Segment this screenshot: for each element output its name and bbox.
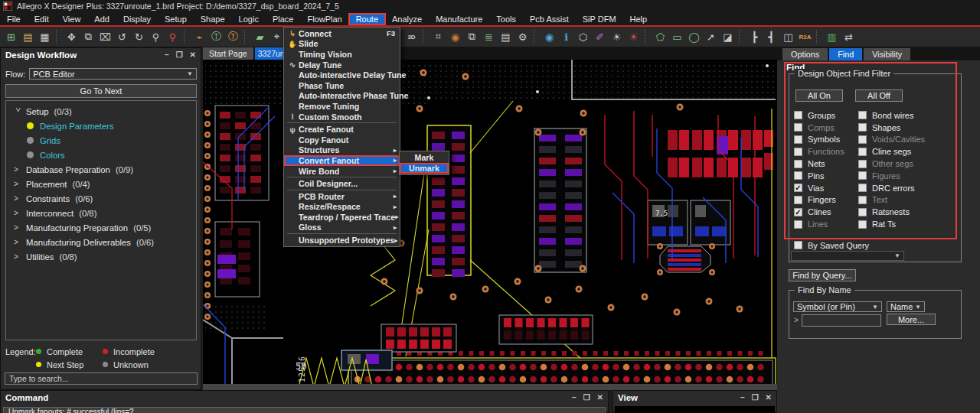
add-text-icon[interactable]: Ⓣ [208,29,224,45]
by-saved-query-checkbox[interactable]: By Saved Query [794,239,869,252]
workflow-section-setup[interactable]: >Setup(0/3) [6,104,196,119]
checkbox-icon[interactable]: ✓ [794,184,802,192]
route-menu-item-gloss[interactable]: Gloss▸ [284,223,400,233]
tab-options[interactable]: Options [782,48,828,60]
route-menu-item-delay-tune[interactable]: ∿Delay Tune [284,60,400,70]
find-filter-lines[interactable]: Lines [794,218,855,230]
checkbox-icon[interactable]: ✓ [794,208,802,216]
add-circle-icon[interactable]: ◯ [686,29,702,45]
find-filter-groups[interactable]: Groups [794,109,855,122]
find-filter-fingers[interactable]: Fingers [794,194,855,206]
find-filter-drc-errors[interactable]: DRC errors [858,182,959,194]
open-drawing-icon[interactable]: ▤ [20,29,36,45]
settings-doc-icon[interactable]: ⚙ [514,29,531,45]
menu-tools[interactable]: Tools [489,14,523,24]
route-menu-item-remove-tuning[interactable]: Remove Tuning [284,101,400,112]
swap-icon[interactable]: ⇄ [841,29,857,45]
visibility-eye-icon[interactable]: ◉ [541,29,557,45]
layers-icon[interactable]: ≣ [481,29,497,45]
save-drawing-icon[interactable]: ▦ [37,29,53,45]
workflow-section-constraints[interactable]: >Constraints(0/6) [6,191,196,206]
route-menu-item-auto-interactive-phase-tune[interactable]: Auto-interactive Phase Tune [284,91,400,102]
checkbox-icon[interactable] [794,171,802,180]
select-icon[interactable]: ➚ [703,29,719,45]
workflow-section-placement[interactable]: >Placement(0/4) [6,177,196,191]
checkbox-icon[interactable] [858,160,867,168]
move-icon[interactable]: ✥ [64,29,80,45]
find-filter-other-segs[interactable]: Other segs [858,158,959,170]
find-filter-cline-segs[interactable]: Cline segs [858,145,959,158]
add-rectangle-icon[interactable]: ▭ [669,29,685,45]
highlight-icon[interactable]: ☀ [609,29,625,45]
checkbox-icon[interactable] [858,111,867,119]
route-menu-item-resize-respace[interactable]: Resize/Respace▸ [284,202,400,213]
checkbox-icon[interactable] [858,184,867,192]
route-menu-item-connect[interactable]: ↳ConnectF3 [284,28,400,39]
menu-sip-dfm[interactable]: SiP DFM [576,14,623,24]
redo-icon[interactable]: ↻ [131,29,147,45]
menu-analyze[interactable]: Analyze [385,14,429,24]
workflow-section-manufacturing-deliverables[interactable]: >Manufacturing Deliverables(0/6) [6,235,196,249]
checkbox-icon[interactable] [858,171,867,180]
workflow-item-design-parameters[interactable]: Design Parameters [6,119,196,133]
route-menu-item-auto-interactive-delay-tune[interactable]: Auto-interactive Delay Tune [284,70,400,80]
view-close-button[interactable]: ✕ [766,393,772,402]
menu-pcb-assist[interactable]: Pcb Assist [523,14,576,24]
checkbox-icon[interactable] [858,208,867,216]
pin-icon[interactable]: ⚲ [148,29,164,45]
checkbox-icon[interactable] [794,196,802,204]
route-menu-item-phase-tune[interactable]: Phase Tune [284,80,400,91]
workflow-item-colors[interactable]: Colors [6,148,196,162]
delete-icon[interactable]: ⌧ [97,29,113,45]
route-menu-item-timing-vision[interactable]: Timing Vision [284,49,400,60]
route-menu-item-custom-smooth[interactable]: ⌇Custom Smooth [284,112,400,122]
find-filter-pins[interactable]: Pins [794,170,855,182]
find-filter-ratsnests[interactable]: Ratsnests [858,206,959,218]
workflow-section-utilities[interactable]: >Utilities(0/8) [6,249,196,264]
menu-flowplan[interactable]: FlowPlan [300,14,348,24]
unpin-icon[interactable]: ⚲ [165,29,181,45]
checkbox-icon[interactable] [794,111,802,119]
menu-manufacture[interactable]: Manufacture [429,14,489,24]
checkbox-icon[interactable] [794,135,802,144]
color-wheel-icon[interactable]: ◉ [447,29,463,45]
info-doc-icon[interactable]: ℹ [558,29,574,45]
tab-start-page[interactable]: Start Page [203,47,253,60]
route-menu-item-pcb-router[interactable]: PCB Router▸ [284,191,400,202]
add-polygon-icon[interactable]: ⬠ [652,29,668,45]
go-to-next-button[interactable]: Go To Next [5,84,197,98]
menu-edit[interactable]: Edit [28,14,56,24]
menu-display[interactable]: Display [116,14,158,24]
route-menu-item-create-fanout[interactable]: ψCreate Fanout [284,124,400,135]
new-drawing-icon[interactable]: ⊞ [3,29,19,45]
view-3d-icon[interactable]: 3D [403,29,420,45]
find-filter-vias[interactable]: ✓Vias [794,182,855,194]
view-minimize-button[interactable]: – [740,393,745,402]
menu-place[interactable]: Place [266,14,301,24]
chart-report-icon[interactable]: ▥ [824,29,840,45]
find-filter-nets[interactable]: Nets [794,158,855,170]
route-menu-item-structures[interactable]: Structures▸ [284,145,400,156]
menu-add[interactable]: Add [87,14,116,24]
find-filter-text[interactable]: Text [858,194,959,206]
route-menu-item-convert-fanout[interactable]: Convert Fanout▸ [284,155,400,166]
checkbox-icon[interactable] [794,160,802,168]
submenu-item-mark[interactable]: Mark [400,152,449,163]
find-filter-voids-cavities[interactable]: Voids/Cavities [858,134,959,146]
checkbox-icon[interactable] [858,123,867,132]
route-menu-item-unsupported-prototypes[interactable]: Unsupported Prototypes▸ [284,235,400,246]
fill-mode-icon[interactable]: ◪ [720,29,736,45]
find-filter-functions[interactable]: Functions [794,145,855,158]
route-menu-item-wire-bond[interactable]: Wire Bond▸ [284,166,400,177]
menu-file[interactable]: File [0,14,28,24]
find-by-name-mode-select[interactable]: Name ▼ [887,301,925,312]
find-name-input[interactable] [802,314,881,327]
grid-toggle-icon[interactable]: ⌗ [430,29,446,45]
menu-view[interactable]: View [56,14,88,24]
tab-visibility[interactable]: Visibility [864,48,910,60]
add-connect-icon[interactable]: ⌁ [191,29,207,45]
dehighlight-icon[interactable]: ☀ [626,29,642,45]
find-filter-rat-ts[interactable]: Rat Ts [858,218,959,230]
workflow-section-database-preparation[interactable]: >Database Preparation(0/9) [6,162,196,177]
checkbox-icon[interactable] [858,196,867,204]
